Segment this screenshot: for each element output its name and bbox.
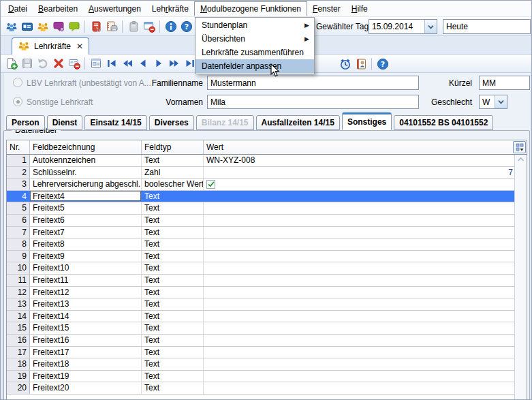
students-group-icon[interactable] bbox=[3, 19, 19, 34]
column-picker-button[interactable] bbox=[513, 141, 526, 153]
tab-person[interactable]: Person bbox=[6, 115, 45, 130]
cell-wert[interactable] bbox=[204, 179, 516, 190]
cell-nr[interactable]: 15 bbox=[7, 322, 30, 334]
cell-nr[interactable]: 5 bbox=[7, 202, 30, 214]
cell-feldbezeichnung[interactable]: Freitext9 bbox=[30, 251, 142, 262]
menu-hilfe[interactable]: Hilfe bbox=[346, 1, 373, 16]
cell-feldtyp[interactable]: Zahl bbox=[142, 167, 204, 179]
nav-prev-fast-icon[interactable] bbox=[119, 56, 135, 71]
cell-nr[interactable]: 11 bbox=[7, 275, 30, 286]
cell-feldbezeichnung[interactable]: Freitext11 bbox=[30, 275, 142, 286]
table-row[interactable]: 14Freitext14Text bbox=[7, 311, 516, 323]
table-row[interactable]: 12Freitext12Text bbox=[7, 287, 516, 299]
menu-item--bersichten[interactable]: Übersichten▶ bbox=[195, 32, 314, 46]
cell-nr[interactable]: 7 bbox=[7, 227, 30, 239]
kuerzel-field[interactable]: MM bbox=[479, 76, 530, 90]
cell-feldtyp[interactable]: Text bbox=[142, 311, 204, 322]
table-row[interactable]: 1AutokennzeichenTextWN-XYZ-008 bbox=[7, 155, 516, 167]
nav-next-icon[interactable] bbox=[151, 56, 166, 71]
cell-wert[interactable] bbox=[204, 287, 516, 298]
cell-feldbezeichnung[interactable]: Freitext17 bbox=[30, 347, 142, 358]
cell-feldbezeichnung[interactable]: Freitext12 bbox=[30, 287, 142, 298]
table-row[interactable]: 8Freitext8Text bbox=[7, 239, 516, 251]
cell-wert[interactable] bbox=[204, 335, 516, 346]
menu-datei[interactable]: Datei bbox=[3, 1, 33, 16]
scroll-up-icon[interactable] bbox=[515, 155, 527, 166]
vertical-scrollbar[interactable] bbox=[514, 155, 527, 399]
cell-nr[interactable]: 6 bbox=[7, 215, 30, 226]
info-icon[interactable] bbox=[163, 19, 178, 34]
table-row[interactable]: 2Schlüsselnr.Zahl7 bbox=[7, 167, 516, 179]
cell-feldtyp[interactable]: Text bbox=[142, 275, 204, 286]
staff-directory-icon[interactable] bbox=[353, 57, 369, 72]
cell-feldtyp[interactable]: boolescher Wert bbox=[142, 179, 204, 190]
cell-feldtyp[interactable]: Text bbox=[142, 262, 204, 274]
table-row[interactable]: 10Freitext10Text bbox=[7, 262, 516, 275]
message-purple-icon[interactable] bbox=[50, 19, 66, 34]
cell-wert[interactable] bbox=[204, 347, 516, 358]
cell-nr[interactable]: 4 bbox=[7, 191, 30, 202]
help-icon[interactable]: ? bbox=[178, 19, 194, 34]
menu-modulbezogene-funktionen[interactable]: Modulbezogene Funktionen bbox=[194, 1, 307, 16]
cell-wert[interactable]: 7 bbox=[204, 167, 516, 179]
cell-nr[interactable]: 9 bbox=[7, 251, 30, 262]
cell-feldbezeichnung[interactable]: Freitext8 bbox=[30, 239, 142, 250]
cell-feldtyp[interactable]: Text bbox=[142, 371, 204, 382]
table-row[interactable]: 4Freitext4Text bbox=[7, 191, 516, 203]
cell-feldbezeichnung[interactable]: Freitext19 bbox=[30, 371, 142, 382]
today-field[interactable]: Heute bbox=[443, 19, 531, 34]
table-row[interactable]: 17Freitext17Text bbox=[7, 347, 516, 359]
cell-wert[interactable] bbox=[204, 322, 516, 334]
cell-nr[interactable]: 2 bbox=[7, 167, 30, 179]
cell-feldtyp[interactable]: Text bbox=[142, 335, 204, 346]
cell-feldbezeichnung[interactable]: Freitext6 bbox=[30, 215, 142, 226]
cell-feldbezeichnung[interactable]: Freitext10 bbox=[30, 262, 142, 274]
menu-item-lehrkr-fte-zusammenf-hren[interactable]: Lehrkräfte zusammenführen bbox=[195, 46, 314, 59]
cell-feldbezeichnung[interactable]: Freitext5 bbox=[30, 202, 142, 214]
cell-nr[interactable]: 17 bbox=[7, 347, 30, 358]
cell-feldtyp[interactable]: Text bbox=[142, 322, 204, 334]
table-row[interactable]: 6Freitext6Text bbox=[7, 215, 516, 227]
cell-feldbezeichnung[interactable]: Autokennzeichen bbox=[30, 155, 142, 166]
checkbox-checked-icon[interactable] bbox=[206, 180, 215, 189]
cell-feldbezeichnung[interactable]: Freitext20 bbox=[30, 382, 142, 394]
menu-item-stundenplan[interactable]: Stundenplan▶ bbox=[195, 18, 314, 32]
clipboard-icon[interactable] bbox=[125, 19, 141, 34]
card-remove-icon[interactable] bbox=[66, 56, 82, 71]
menu-bearbeiten[interactable]: Bearbeiten bbox=[33, 1, 83, 16]
table-row[interactable]: 19Freitext19Text bbox=[7, 371, 516, 383]
tab-bilanz-14-15[interactable]: Bilanz 14/15 bbox=[196, 115, 254, 130]
cell-wert[interactable] bbox=[204, 227, 516, 239]
familienname-field[interactable]: Mustermann bbox=[207, 76, 419, 90]
cell-feldbezeichnung[interactable]: Freitext4 bbox=[30, 191, 142, 202]
cell-nr[interactable]: 18 bbox=[7, 358, 30, 370]
column-header-nr[interactable]: Nr. bbox=[7, 140, 30, 154]
cell-feldtyp[interactable]: Text bbox=[142, 382, 204, 394]
cell-feldtyp[interactable]: Text bbox=[142, 227, 204, 239]
cell-feldtyp[interactable]: Text bbox=[142, 347, 204, 358]
radio-sonstige-lehrkraft[interactable] bbox=[13, 97, 22, 106]
cell-wert[interactable] bbox=[204, 239, 516, 250]
table-row[interactable]: 18Freitext18Text bbox=[7, 358, 516, 371]
table-row[interactable]: 16Freitext16Text bbox=[7, 335, 516, 347]
cell-feldbezeichnung[interactable]: Freitext14 bbox=[30, 311, 142, 322]
help-icon[interactable]: ? bbox=[375, 57, 390, 72]
cell-feldtyp[interactable]: Text bbox=[142, 215, 204, 226]
cell-nr[interactable]: 12 bbox=[7, 287, 30, 298]
cell-wert[interactable] bbox=[204, 251, 516, 262]
chevron-down-icon[interactable] bbox=[495, 95, 507, 108]
table-row[interactable]: 5Freitext5Text bbox=[7, 202, 516, 215]
table-row[interactable]: 20Freitext20Text bbox=[7, 382, 516, 395]
tab-sonstiges[interactable]: Sonstiges bbox=[342, 112, 392, 130]
nav-next-fast-icon[interactable] bbox=[166, 56, 182, 71]
cell-wert[interactable] bbox=[204, 371, 516, 382]
cell-nr[interactable]: 10 bbox=[7, 262, 30, 274]
cell-wert[interactable] bbox=[204, 191, 516, 202]
cell-wert[interactable] bbox=[204, 382, 516, 394]
menu-lehrkr-fte[interactable]: Lehrkräfte bbox=[146, 1, 194, 16]
cell-wert[interactable]: WN-XYZ-008 bbox=[204, 155, 516, 166]
selected-day-combobox[interactable]: 15.09.2014 bbox=[369, 19, 437, 34]
new-record-icon[interactable] bbox=[3, 56, 19, 71]
cell-feldtyp[interactable]: Text bbox=[142, 358, 204, 370]
alarm-clock-icon[interactable] bbox=[337, 57, 353, 72]
